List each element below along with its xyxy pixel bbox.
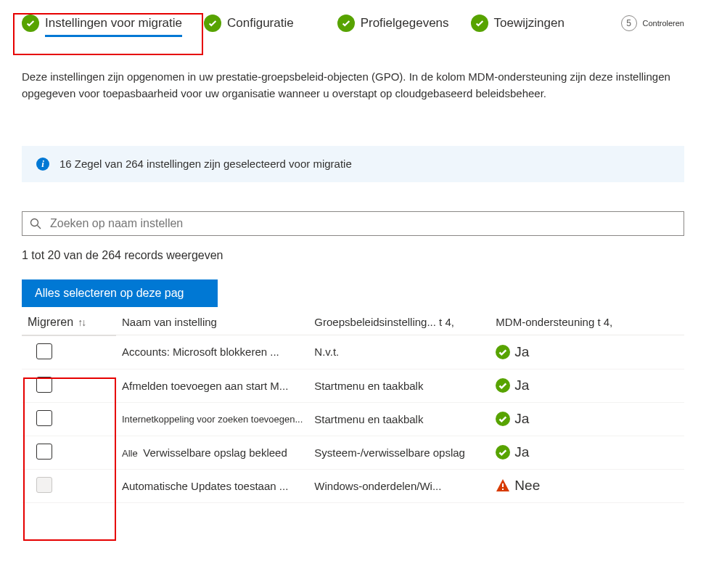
page-description: Deze instellingen zijn opgenomen in uw p… [22,68,684,102]
sort-icon: ↑↓ [78,317,85,328]
check-icon [22,15,39,32]
step-configuration[interactable]: Configuratie [204,15,294,32]
migrate-checkbox[interactable] [36,410,52,426]
mdm-support: Nee [490,469,684,502]
search-input[interactable] [49,216,676,231]
table-row: Internetkoppeling voor zoeken toevoegen.… [22,402,684,436]
info-icon: i [36,158,49,171]
gpo-setting: Systeem-/verwisselbare opslag [308,436,490,469]
migrate-checkbox[interactable] [36,377,52,393]
info-text: 16 Zegel van 264 instellingen zijn gesel… [59,158,352,170]
table-row: Afmelden toevoegen aan start M...Startme… [22,369,684,402]
gpo-setting: N.v.t. [308,335,490,369]
migrate-checkbox[interactable] [36,343,52,359]
step-label: Configuratie [227,16,294,30]
svg-rect-7 [502,489,504,490]
check-icon [337,15,355,32]
mdm-support: Ja [490,436,684,469]
check-icon [471,15,488,32]
setting-name: Afmelden toevoegen aan start M... [116,369,308,402]
svg-line-1 [38,225,41,229]
records-count-label: 1 tot 20 van de 264 records weergeven [22,249,684,262]
migrate-checkbox[interactable] [36,444,52,460]
search-icon [30,218,41,229]
gpo-setting: Startmenu en taakbalk [308,402,490,436]
settings-table: Migreren↑↓ Naam van instelling Groepsbel… [22,307,684,503]
table-row: Accounts: Microsoft blokkeren ...N.v.t.J… [22,335,684,369]
svg-rect-6 [502,483,504,487]
step-settings[interactable]: Instellingen voor migratie [22,15,182,32]
step-assignments[interactable]: Toewijzingen [471,15,565,32]
migrate-checkbox [36,477,52,493]
col-header-name[interactable]: Naam van instelling [116,307,308,335]
table-row: Automatische Updates toestaan ...Windows… [22,469,684,502]
step-label: Profielgegevens [361,16,449,30]
step-profile[interactable]: Profielgegevens [337,15,449,32]
check-icon [204,15,221,32]
search-input-wrapper[interactable] [22,211,684,236]
step-number-icon: 5 [621,15,637,31]
col-header-gpo[interactable]: Groepsbeleidsinstelling... t 4, [308,307,490,335]
table-row: Alle Verwisselbare opslag bekleedSysteem… [22,436,684,469]
info-banner: i 16 Zegel van 264 instellingen zijn ges… [22,146,684,182]
gpo-setting: Windows-onderdelen/Wi... [308,469,490,502]
step-label: Controleren [643,19,684,28]
success-icon [496,378,510,393]
mdm-support: Ja [490,369,684,402]
success-icon [496,412,510,426]
mdm-support: Ja [490,335,684,369]
select-all-button[interactable]: Alles selecteren op deze pag [22,279,218,307]
wizard-stepper: Instellingen voor migratie Configuratie … [22,15,684,32]
gpo-setting: Startmenu en taakbalk [308,369,490,402]
warning-icon [496,478,510,493]
setting-name: Automatische Updates toestaan ... [116,469,308,502]
success-icon [496,345,510,359]
col-header-migrate[interactable]: Migreren↑↓ [22,307,116,335]
step-review[interactable]: 5 Controleren [621,15,684,31]
svg-point-0 [31,219,38,226]
mdm-support: Ja [490,402,684,436]
setting-name: Alle Verwisselbare opslag bekleed [116,436,308,469]
step-label: Instellingen voor migratie [45,16,182,37]
setting-name: Accounts: Microsoft blokkeren ... [116,335,308,369]
col-header-mdm[interactable]: MDM-ondersteuning t 4, [490,307,684,335]
step-label: Toewijzingen [494,16,565,30]
success-icon [496,445,510,460]
setting-name: Internetkoppeling voor zoeken toevoegen.… [116,402,308,436]
